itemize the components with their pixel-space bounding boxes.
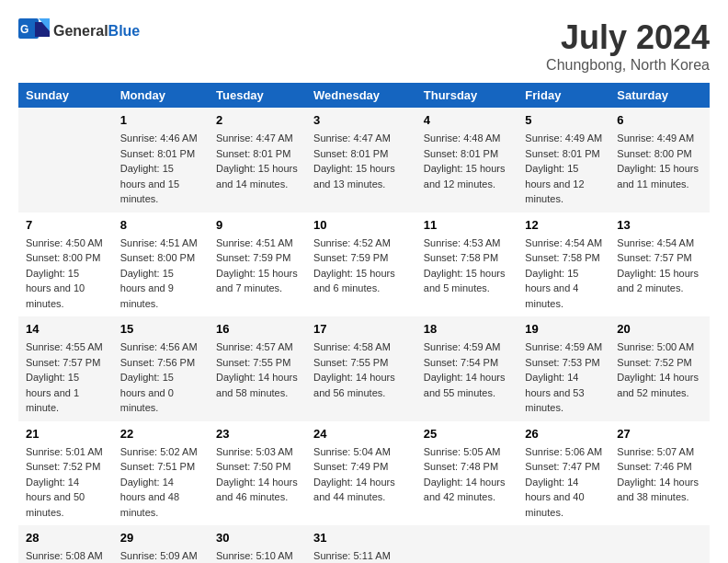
calendar-cell: 19Sunrise: 4:59 AMSunset: 7:53 PMDayligh… bbox=[518, 316, 609, 421]
day-info: Sunrise: 4:49 AMSunset: 8:00 PMDaylight:… bbox=[617, 131, 702, 191]
day-number: 1 bbox=[120, 113, 201, 127]
calendar-cell: 10Sunrise: 4:52 AMSunset: 7:59 PMDayligh… bbox=[306, 213, 416, 317]
header-day-saturday: Saturday bbox=[609, 83, 710, 108]
calendar-week-row: 21Sunrise: 5:01 AMSunset: 7:52 PMDayligh… bbox=[18, 421, 710, 526]
calendar-cell: 31Sunrise: 5:11 AMSunset: 7:42 PMDayligh… bbox=[306, 525, 416, 563]
calendar-cell: 23Sunrise: 5:03 AMSunset: 7:50 PMDayligh… bbox=[209, 421, 306, 526]
day-number: 25 bbox=[424, 427, 511, 441]
calendar-week-row: 7Sunrise: 4:50 AMSunset: 8:00 PMDaylight… bbox=[18, 213, 710, 317]
day-info: Sunrise: 4:48 AMSunset: 8:01 PMDaylight:… bbox=[424, 131, 511, 191]
calendar-cell: 29Sunrise: 5:09 AMSunset: 7:44 PMDayligh… bbox=[113, 525, 209, 563]
calendar-week-row: 1Sunrise: 4:46 AMSunset: 8:01 PMDaylight… bbox=[18, 108, 710, 213]
day-info: Sunrise: 5:05 AMSunset: 7:48 PMDaylight:… bbox=[424, 444, 511, 505]
day-info: Sunrise: 5:09 AMSunset: 7:44 PMDaylight:… bbox=[120, 548, 201, 563]
day-info: Sunrise: 4:53 AMSunset: 7:58 PMDaylight:… bbox=[424, 236, 511, 296]
calendar-cell: 14Sunrise: 4:55 AMSunset: 7:57 PMDayligh… bbox=[18, 316, 113, 421]
day-number: 30 bbox=[216, 531, 299, 545]
day-number: 3 bbox=[313, 113, 409, 127]
svg-text:G: G bbox=[20, 23, 28, 36]
day-info: Sunrise: 4:47 AMSunset: 8:01 PMDaylight:… bbox=[216, 131, 299, 191]
day-info: Sunrise: 4:51 AMSunset: 7:59 PMDaylight:… bbox=[216, 236, 299, 296]
day-info: Sunrise: 4:52 AMSunset: 7:59 PMDaylight:… bbox=[313, 236, 409, 296]
day-number: 9 bbox=[216, 218, 299, 232]
day-number: 23 bbox=[216, 427, 299, 441]
calendar-cell: 3Sunrise: 4:47 AMSunset: 8:01 PMDaylight… bbox=[306, 108, 416, 213]
day-info: Sunrise: 5:03 AMSunset: 7:50 PMDaylight:… bbox=[216, 444, 299, 505]
day-number: 18 bbox=[424, 322, 511, 336]
calendar-week-row: 14Sunrise: 4:55 AMSunset: 7:57 PMDayligh… bbox=[18, 316, 710, 421]
calendar-cell: 5Sunrise: 4:49 AMSunset: 8:01 PMDaylight… bbox=[518, 108, 609, 213]
header-day-monday: Monday bbox=[113, 83, 209, 108]
day-number: 15 bbox=[120, 322, 201, 336]
day-info: Sunrise: 5:00 AMSunset: 7:52 PMDaylight:… bbox=[617, 339, 702, 400]
day-info: Sunrise: 5:02 AMSunset: 7:51 PMDaylight:… bbox=[120, 444, 201, 521]
day-number: 16 bbox=[216, 322, 299, 336]
calendar-cell: 30Sunrise: 5:10 AMSunset: 7:43 PMDayligh… bbox=[209, 525, 306, 563]
day-info: Sunrise: 4:56 AMSunset: 7:56 PMDaylight:… bbox=[120, 339, 201, 416]
day-info: Sunrise: 4:49 AMSunset: 8:01 PMDaylight:… bbox=[525, 131, 602, 207]
day-info: Sunrise: 4:46 AMSunset: 8:01 PMDaylight:… bbox=[120, 131, 201, 207]
header-day-tuesday: Tuesday bbox=[209, 83, 306, 108]
logo-blue: Blue bbox=[108, 23, 141, 39]
calendar-week-row: 28Sunrise: 5:08 AMSunset: 7:45 PMDayligh… bbox=[18, 525, 710, 563]
day-info: Sunrise: 4:54 AMSunset: 7:58 PMDaylight:… bbox=[525, 236, 602, 312]
day-number: 31 bbox=[313, 531, 409, 545]
day-number: 8 bbox=[120, 218, 201, 232]
header-day-friday: Friday bbox=[518, 83, 609, 108]
calendar-cell: 2Sunrise: 4:47 AMSunset: 8:01 PMDaylight… bbox=[209, 108, 306, 213]
calendar-cell: 27Sunrise: 5:07 AMSunset: 7:46 PMDayligh… bbox=[609, 421, 710, 526]
day-info: Sunrise: 4:59 AMSunset: 7:54 PMDaylight:… bbox=[424, 339, 511, 400]
calendar-table: SundayMondayTuesdayWednesdayThursdayFrid… bbox=[18, 83, 710, 563]
day-info: Sunrise: 4:59 AMSunset: 7:53 PMDaylight:… bbox=[525, 339, 602, 416]
day-info: Sunrise: 4:57 AMSunset: 7:55 PMDaylight:… bbox=[216, 339, 299, 400]
day-number: 26 bbox=[525, 427, 602, 441]
calendar-cell: 28Sunrise: 5:08 AMSunset: 7:45 PMDayligh… bbox=[18, 525, 113, 563]
calendar-cell: 16Sunrise: 4:57 AMSunset: 7:55 PMDayligh… bbox=[209, 316, 306, 421]
calendar-cell: 22Sunrise: 5:02 AMSunset: 7:51 PMDayligh… bbox=[113, 421, 209, 526]
header: G GeneralBlue July 2024 Chungbong, North… bbox=[18, 18, 710, 74]
day-number: 6 bbox=[617, 113, 702, 127]
calendar-cell: 4Sunrise: 4:48 AMSunset: 8:01 PMDaylight… bbox=[416, 108, 518, 213]
day-number: 12 bbox=[525, 218, 602, 232]
day-number: 11 bbox=[424, 218, 511, 232]
day-info: Sunrise: 5:04 AMSunset: 7:49 PMDaylight:… bbox=[313, 444, 409, 505]
calendar-cell: 15Sunrise: 4:56 AMSunset: 7:56 PMDayligh… bbox=[113, 316, 209, 421]
calendar-cell: 7Sunrise: 4:50 AMSunset: 8:00 PMDaylight… bbox=[18, 213, 113, 317]
calendar-cell: 21Sunrise: 5:01 AMSunset: 7:52 PMDayligh… bbox=[18, 421, 113, 526]
day-number: 13 bbox=[617, 218, 702, 232]
calendar-cell: 18Sunrise: 4:59 AMSunset: 7:54 PMDayligh… bbox=[416, 316, 518, 421]
day-number: 22 bbox=[120, 427, 201, 441]
logo-general: General bbox=[53, 23, 108, 39]
day-number: 2 bbox=[216, 113, 299, 127]
calendar-cell: 8Sunrise: 4:51 AMSunset: 8:00 PMDaylight… bbox=[113, 213, 209, 317]
calendar-cell: 9Sunrise: 4:51 AMSunset: 7:59 PMDaylight… bbox=[209, 213, 306, 317]
day-number: 14 bbox=[26, 322, 106, 336]
day-number: 29 bbox=[120, 531, 201, 545]
day-info: Sunrise: 4:50 AMSunset: 8:00 PMDaylight:… bbox=[26, 236, 106, 312]
header-day-wednesday: Wednesday bbox=[306, 83, 416, 108]
day-info: Sunrise: 4:58 AMSunset: 7:55 PMDaylight:… bbox=[313, 339, 409, 400]
day-number: 10 bbox=[313, 218, 409, 232]
calendar-cell: 25Sunrise: 5:05 AMSunset: 7:48 PMDayligh… bbox=[416, 421, 518, 526]
calendar-header-row: SundayMondayTuesdayWednesdayThursdayFrid… bbox=[18, 83, 710, 108]
day-info: Sunrise: 4:55 AMSunset: 7:57 PMDaylight:… bbox=[26, 339, 106, 416]
day-number: 4 bbox=[424, 113, 511, 127]
location: Chungbong, North Korea bbox=[546, 57, 710, 74]
calendar-cell bbox=[609, 525, 710, 563]
title-section: July 2024 Chungbong, North Korea bbox=[546, 18, 710, 74]
day-info: Sunrise: 5:08 AMSunset: 7:45 PMDaylight:… bbox=[26, 548, 106, 563]
day-number: 5 bbox=[525, 113, 602, 127]
header-day-thursday: Thursday bbox=[416, 83, 518, 108]
day-info: Sunrise: 5:07 AMSunset: 7:46 PMDaylight:… bbox=[617, 444, 702, 505]
day-number: 20 bbox=[617, 322, 702, 336]
day-info: Sunrise: 4:47 AMSunset: 8:01 PMDaylight:… bbox=[313, 131, 409, 191]
logo: G GeneralBlue bbox=[18, 18, 140, 44]
calendar-cell: 13Sunrise: 4:54 AMSunset: 7:57 PMDayligh… bbox=[609, 213, 710, 317]
calendar-cell bbox=[518, 525, 609, 563]
calendar-cell: 26Sunrise: 5:06 AMSunset: 7:47 PMDayligh… bbox=[518, 421, 609, 526]
day-number: 19 bbox=[525, 322, 602, 336]
header-day-sunday: Sunday bbox=[18, 83, 113, 108]
day-info: Sunrise: 4:54 AMSunset: 7:57 PMDaylight:… bbox=[617, 236, 702, 296]
calendar-cell: 1Sunrise: 4:46 AMSunset: 8:01 PMDaylight… bbox=[113, 108, 209, 213]
day-info: Sunrise: 5:11 AMSunset: 7:42 PMDaylight:… bbox=[313, 548, 409, 563]
